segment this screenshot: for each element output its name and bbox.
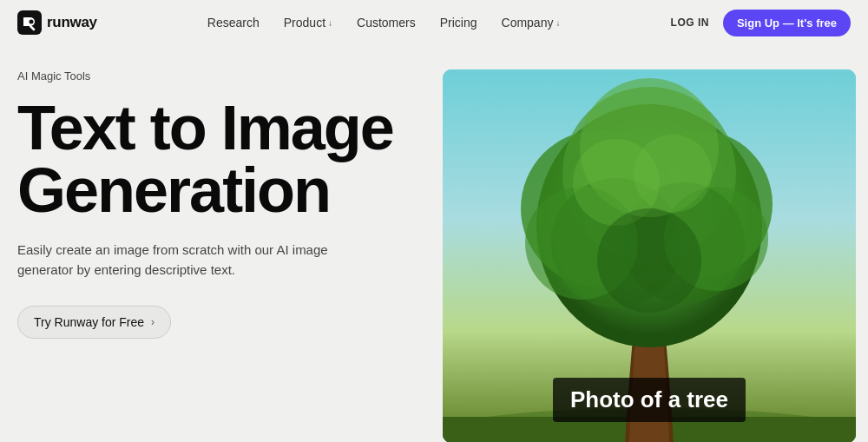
breadcrumb: AI Magic Tools: [17, 69, 425, 82]
hero-image: Photo of a tree: [443, 69, 856, 442]
image-caption: Photo of a tree: [553, 378, 746, 422]
logo[interactable]: runway: [17, 10, 97, 35]
hero-right: Photo of a tree: [443, 45, 856, 442]
header-actions: LOG IN Sign Up — It's free: [671, 10, 851, 36]
svg-point-16: [597, 208, 701, 313]
page-title: Text to Image Generation: [17, 96, 425, 221]
nav-pricing[interactable]: Pricing: [440, 16, 477, 30]
signup-button[interactable]: Sign Up — It's free: [723, 10, 851, 36]
logo-text: runway: [47, 14, 97, 31]
product-chevron-icon: ↓: [328, 18, 332, 28]
main-content: AI Magic Tools Text to Image Generation …: [0, 45, 868, 442]
runway-logo-icon: [17, 10, 42, 35]
svg-point-15: [634, 135, 712, 213]
header: runway Research Product ↓ Customers Pric…: [0, 0, 868, 45]
cta-chevron-icon: ›: [151, 316, 155, 328]
nav-company[interactable]: Company ↓: [502, 16, 561, 30]
nav-customers[interactable]: Customers: [357, 16, 416, 30]
main-nav: Research Product ↓ Customers Pricing Com…: [207, 16, 561, 30]
hero-left: AI Magic Tools Text to Image Generation …: [17, 45, 443, 442]
nav-product[interactable]: Product ↓: [284, 16, 332, 30]
nav-research[interactable]: Research: [207, 16, 260, 30]
cta-button[interactable]: Try Runway for Free ›: [17, 306, 171, 339]
company-chevron-icon: ↓: [556, 18, 560, 28]
svg-point-1: [30, 20, 34, 24]
login-button[interactable]: LOG IN: [671, 16, 709, 29]
hero-description: Easily create an image from scratch with…: [17, 241, 382, 280]
